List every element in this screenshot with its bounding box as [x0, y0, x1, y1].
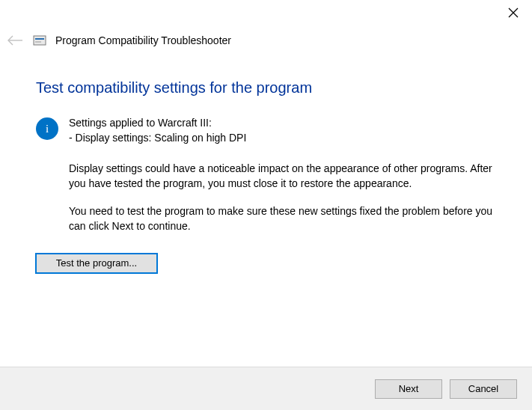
svg-rect-5 — [35, 41, 41, 43]
test-program-button[interactable]: Test the program... — [36, 254, 157, 273]
content-area: Test compatibility settings for the prog… — [36, 79, 496, 273]
page-title: Test compatibility settings for the prog… — [36, 79, 496, 97]
back-arrow-icon — [6, 33, 24, 48]
close-icon[interactable] — [508, 7, 519, 18]
header-row: Program Compatibility Troubleshooter — [6, 33, 231, 48]
svg-rect-3 — [34, 36, 46, 45]
settings-line-1: Settings applied to Warcraft III: — [69, 116, 246, 131]
svg-rect-4 — [35, 38, 44, 40]
settings-line-2: - Display settings: Scaling on high DPI — [69, 131, 246, 146]
troubleshooter-icon — [33, 34, 46, 47]
next-button[interactable]: Next — [375, 379, 442, 399]
impact-paragraph: Display settings could have a noticeable… — [69, 162, 496, 191]
cancel-button[interactable]: Cancel — [450, 379, 517, 399]
info-icon: i — [36, 117, 58, 140]
window-title: Program Compatibility Troubleshooter — [55, 34, 231, 46]
settings-applied-text: Settings applied to Warcraft III: - Disp… — [69, 116, 246, 145]
footer-bar: Next Cancel — [0, 367, 532, 410]
test-instruction-paragraph: You need to test the program to make sur… — [69, 204, 496, 233]
